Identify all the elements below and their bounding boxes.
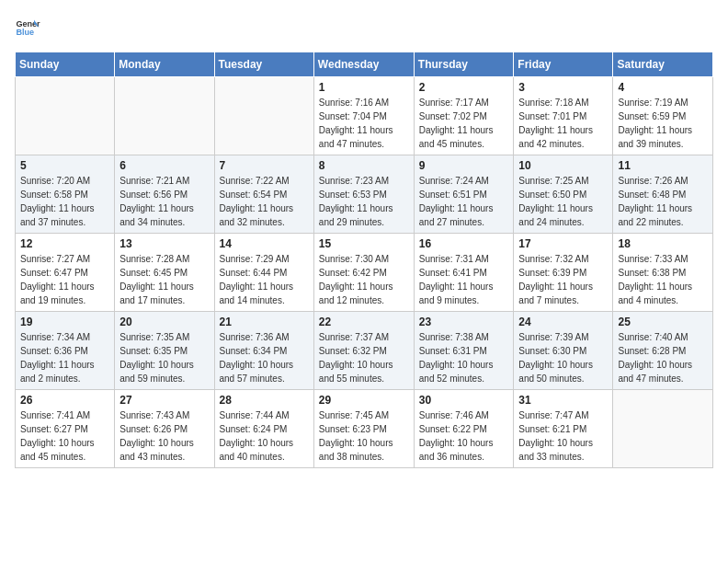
- day-info: Sunrise: 7:21 AMSunset: 6:56 PMDaylight:…: [119, 174, 209, 229]
- calendar-cell: 4Sunrise: 7:19 AMSunset: 6:59 PMDaylight…: [613, 77, 713, 155]
- calendar-cell: 14Sunrise: 7:29 AMSunset: 6:44 PMDayligh…: [214, 234, 313, 312]
- day-number: 18: [618, 237, 708, 250]
- day-info: Sunrise: 7:44 AMSunset: 6:24 PMDaylight:…: [220, 408, 309, 464]
- day-info: Sunrise: 7:26 AMSunset: 6:48 PMDaylight:…: [618, 174, 708, 229]
- day-number: 22: [319, 316, 409, 328]
- calendar-cell: 9Sunrise: 7:24 AMSunset: 6:51 PMDaylight…: [414, 155, 514, 234]
- calendar-cell: 1Sunrise: 7:16 AMSunset: 7:04 PMDaylight…: [313, 77, 414, 155]
- calendar-cell: 22Sunrise: 7:37 AMSunset: 6:32 PMDayligh…: [313, 312, 414, 390]
- calendar-table: SundayMondayTuesdayWednesdayThursdayFrid…: [15, 52, 713, 468]
- calendar-week-row: 26Sunrise: 7:41 AMSunset: 6:27 PMDayligh…: [16, 390, 713, 468]
- day-number: 16: [419, 237, 509, 250]
- day-info: Sunrise: 7:24 AMSunset: 6:51 PMDaylight:…: [419, 174, 509, 229]
- day-number: 12: [20, 237, 109, 250]
- calendar-week-row: 5Sunrise: 7:20 AMSunset: 6:58 PMDaylight…: [16, 155, 713, 234]
- calendar-cell: 7Sunrise: 7:22 AMSunset: 6:54 PMDaylight…: [214, 155, 313, 234]
- calendar-cell: 26Sunrise: 7:41 AMSunset: 6:27 PMDayligh…: [16, 390, 115, 468]
- calendar-cell: [115, 77, 214, 155]
- calendar-week-row: 19Sunrise: 7:34 AMSunset: 6:36 PMDayligh…: [16, 312, 713, 390]
- calendar-cell: 27Sunrise: 7:43 AMSunset: 6:26 PMDayligh…: [115, 390, 214, 468]
- calendar-cell: 21Sunrise: 7:36 AMSunset: 6:34 PMDayligh…: [214, 312, 313, 390]
- weekday-header: Wednesday: [313, 52, 414, 77]
- day-info: Sunrise: 7:33 AMSunset: 6:38 PMDaylight:…: [618, 252, 708, 307]
- day-info: Sunrise: 7:34 AMSunset: 6:36 PMDaylight:…: [20, 330, 109, 385]
- day-number: 24: [518, 316, 608, 328]
- calendar-cell: 3Sunrise: 7:18 AMSunset: 7:01 PMDaylight…: [514, 77, 613, 155]
- day-number: 27: [119, 394, 209, 407]
- day-number: 3: [518, 81, 608, 94]
- calendar-week-row: 1Sunrise: 7:16 AMSunset: 7:04 PMDaylight…: [16, 77, 713, 155]
- day-info: Sunrise: 7:27 AMSunset: 6:47 PMDaylight:…: [20, 252, 109, 307]
- day-info: Sunrise: 7:20 AMSunset: 6:58 PMDaylight:…: [20, 174, 109, 229]
- day-number: 21: [220, 316, 309, 328]
- day-info: Sunrise: 7:37 AMSunset: 6:32 PMDaylight:…: [319, 330, 409, 385]
- calendar-cell: 18Sunrise: 7:33 AMSunset: 6:38 PMDayligh…: [613, 234, 713, 312]
- day-number: 28: [220, 394, 309, 407]
- day-info: Sunrise: 7:43 AMSunset: 6:26 PMDaylight:…: [119, 408, 209, 464]
- calendar-cell: 30Sunrise: 7:46 AMSunset: 6:22 PMDayligh…: [414, 390, 514, 468]
- day-info: Sunrise: 7:39 AMSunset: 6:30 PMDaylight:…: [518, 330, 608, 385]
- calendar-cell: 23Sunrise: 7:38 AMSunset: 6:31 PMDayligh…: [414, 312, 514, 390]
- calendar-cell: 28Sunrise: 7:44 AMSunset: 6:24 PMDayligh…: [214, 390, 313, 468]
- day-number: 31: [518, 394, 608, 407]
- calendar-cell: 25Sunrise: 7:40 AMSunset: 6:28 PMDayligh…: [613, 312, 713, 390]
- day-info: Sunrise: 7:28 AMSunset: 6:45 PMDaylight:…: [119, 252, 209, 307]
- calendar-cell: 19Sunrise: 7:34 AMSunset: 6:36 PMDayligh…: [16, 312, 115, 390]
- calendar-cell: 2Sunrise: 7:17 AMSunset: 7:02 PMDaylight…: [414, 77, 514, 155]
- calendar-cell: 10Sunrise: 7:25 AMSunset: 6:50 PMDayligh…: [514, 155, 613, 234]
- weekday-header: Sunday: [16, 52, 115, 77]
- day-number: 11: [618, 159, 708, 172]
- day-info: Sunrise: 7:19 AMSunset: 6:59 PMDaylight:…: [618, 96, 708, 151]
- day-info: Sunrise: 7:38 AMSunset: 6:31 PMDaylight:…: [419, 330, 509, 385]
- day-info: Sunrise: 7:36 AMSunset: 6:34 PMDaylight:…: [220, 330, 309, 385]
- weekday-header: Saturday: [613, 52, 713, 77]
- day-number: 7: [220, 159, 309, 172]
- day-number: 14: [220, 237, 309, 250]
- day-info: Sunrise: 7:17 AMSunset: 7:02 PMDaylight:…: [419, 96, 509, 151]
- day-number: 2: [419, 81, 509, 94]
- day-info: Sunrise: 7:25 AMSunset: 6:50 PMDaylight:…: [518, 174, 608, 229]
- day-info: Sunrise: 7:23 AMSunset: 6:53 PMDaylight:…: [319, 174, 409, 229]
- day-number: 19: [20, 316, 109, 328]
- calendar-cell: 12Sunrise: 7:27 AMSunset: 6:47 PMDayligh…: [16, 234, 115, 312]
- calendar-cell: 5Sunrise: 7:20 AMSunset: 6:58 PMDaylight…: [16, 155, 115, 234]
- weekday-header: Monday: [115, 52, 214, 77]
- day-number: 13: [119, 237, 209, 250]
- day-info: Sunrise: 7:32 AMSunset: 6:39 PMDaylight:…: [518, 252, 608, 307]
- calendar-cell: 8Sunrise: 7:23 AMSunset: 6:53 PMDaylight…: [313, 155, 414, 234]
- weekday-header: Thursday: [414, 52, 514, 77]
- calendar-cell: 13Sunrise: 7:28 AMSunset: 6:45 PMDayligh…: [115, 234, 214, 312]
- calendar-cell: 16Sunrise: 7:31 AMSunset: 6:41 PMDayligh…: [414, 234, 514, 312]
- day-info: Sunrise: 7:18 AMSunset: 7:01 PMDaylight:…: [518, 96, 608, 151]
- calendar-cell: [214, 77, 313, 155]
- day-number: 5: [20, 159, 109, 172]
- calendar-cell: 31Sunrise: 7:47 AMSunset: 6:21 PMDayligh…: [514, 390, 613, 468]
- logo: General Blue: [15, 15, 44, 40]
- svg-text:Blue: Blue: [16, 28, 34, 37]
- day-number: 8: [319, 159, 409, 172]
- day-number: 23: [419, 316, 509, 328]
- day-info: Sunrise: 7:29 AMSunset: 6:44 PMDaylight:…: [220, 252, 309, 307]
- calendar-week-row: 12Sunrise: 7:27 AMSunset: 6:47 PMDayligh…: [16, 234, 713, 312]
- logo-icon: General Blue: [15, 15, 40, 40]
- svg-text:General: General: [16, 19, 40, 29]
- calendar-cell: [16, 77, 115, 155]
- day-number: 25: [618, 316, 708, 328]
- day-number: 9: [419, 159, 509, 172]
- day-info: Sunrise: 7:46 AMSunset: 6:22 PMDaylight:…: [419, 408, 509, 464]
- day-number: 17: [518, 237, 608, 250]
- day-number: 4: [618, 81, 708, 94]
- day-info: Sunrise: 7:30 AMSunset: 6:42 PMDaylight:…: [319, 252, 409, 307]
- day-info: Sunrise: 7:40 AMSunset: 6:28 PMDaylight:…: [618, 330, 708, 385]
- calendar-cell: 17Sunrise: 7:32 AMSunset: 6:39 PMDayligh…: [514, 234, 613, 312]
- day-number: 1: [319, 81, 409, 94]
- day-number: 6: [119, 159, 209, 172]
- day-number: 15: [319, 237, 409, 250]
- calendar-cell: 15Sunrise: 7:30 AMSunset: 6:42 PMDayligh…: [313, 234, 414, 312]
- day-number: 30: [419, 394, 509, 407]
- day-info: Sunrise: 7:16 AMSunset: 7:04 PMDaylight:…: [319, 96, 409, 151]
- day-number: 29: [319, 394, 409, 407]
- calendar-cell: 20Sunrise: 7:35 AMSunset: 6:35 PMDayligh…: [115, 312, 214, 390]
- day-number: 10: [518, 159, 608, 172]
- day-info: Sunrise: 7:35 AMSunset: 6:35 PMDaylight:…: [119, 330, 209, 385]
